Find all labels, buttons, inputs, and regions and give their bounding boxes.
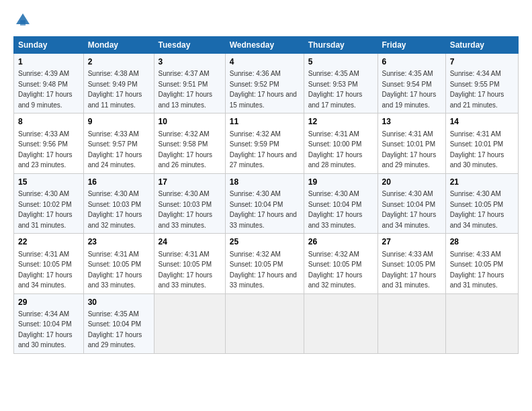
week-row-3: 15 Sunrise: 4:30 AM Sunset: 10:02 PM Day… bbox=[14, 173, 519, 233]
day-number: 28 bbox=[450, 236, 514, 248]
day-cell: 26 Sunrise: 4:32 AM Sunset: 10:05 PM Day… bbox=[304, 234, 378, 293]
sunset: Sunset: 10:05 PM bbox=[308, 261, 362, 268]
sunrise: Sunrise: 4:30 AM bbox=[230, 190, 281, 197]
day-number: 11 bbox=[230, 116, 300, 128]
day-cell: 28 Sunrise: 4:33 AM Sunset: 10:05 PM Day… bbox=[445, 234, 518, 293]
day-number: 17 bbox=[159, 177, 221, 188]
sunrise: Sunrise: 4:35 AM bbox=[308, 70, 359, 77]
day-cell bbox=[304, 293, 378, 353]
daylight: Daylight: 17 hours and 33 minutes. bbox=[230, 211, 297, 229]
day-cell: 15 Sunrise: 4:30 AM Sunset: 10:02 PM Day… bbox=[14, 173, 84, 233]
day-number: 6 bbox=[382, 56, 441, 68]
calendar-table: SundayMondayTuesdayWednesdayThursdayFrid… bbox=[13, 36, 519, 354]
day-cell: 29 Sunrise: 4:34 AM Sunset: 10:04 PM Day… bbox=[14, 293, 84, 353]
daylight: Daylight: 17 hours and 31 minutes. bbox=[450, 271, 504, 289]
daylight: Daylight: 17 hours and 29 minutes. bbox=[382, 151, 437, 169]
sunset: Sunset: 9:48 PM bbox=[18, 81, 68, 88]
day-cell: 13 Sunrise: 4:31 AM Sunset: 10:01 PM Day… bbox=[378, 113, 445, 173]
sunset: Sunset: 10:04 PM bbox=[230, 201, 283, 208]
header-row: SundayMondayTuesdayWednesdayThursdayFrid… bbox=[14, 37, 519, 54]
sunset: Sunset: 10:02 PM bbox=[18, 201, 72, 208]
header-cell-sunday: Sunday bbox=[14, 37, 84, 54]
day-number: 2 bbox=[88, 56, 150, 68]
sunrise: Sunrise: 4:30 AM bbox=[159, 190, 210, 197]
sunrise: Sunrise: 4:33 AM bbox=[450, 250, 501, 258]
sunrise: Sunrise: 4:30 AM bbox=[382, 190, 433, 197]
sunset: Sunset: 10:01 PM bbox=[450, 140, 504, 148]
daylight: Daylight: 17 hours and 33 minutes. bbox=[308, 211, 363, 229]
daylight: Daylight: 17 hours and 33 minutes. bbox=[159, 271, 213, 289]
header bbox=[13, 11, 519, 30]
sunset: Sunset: 10:05 PM bbox=[382, 261, 436, 268]
sunrise: Sunrise: 4:31 AM bbox=[450, 130, 501, 138]
sunset: Sunset: 10:04 PM bbox=[18, 320, 72, 328]
sunset: Sunset: 10:05 PM bbox=[88, 261, 142, 268]
daylight: Daylight: 17 hours and 15 minutes. bbox=[230, 91, 297, 109]
week-row-4: 22 Sunrise: 4:31 AM Sunset: 10:05 PM Day… bbox=[14, 234, 519, 293]
sunrise: Sunrise: 4:32 AM bbox=[308, 250, 359, 258]
day-cell: 12 Sunrise: 4:31 AM Sunset: 10:00 PM Day… bbox=[304, 113, 378, 173]
week-row-1: 1 Sunrise: 4:39 AM Sunset: 9:48 PM Dayli… bbox=[14, 54, 519, 113]
sunset: Sunset: 10:05 PM bbox=[18, 261, 72, 268]
day-cell bbox=[378, 293, 445, 353]
daylight: Daylight: 17 hours and 24 minutes. bbox=[88, 151, 142, 169]
header-cell-thursday: Thursday bbox=[304, 37, 378, 54]
sunrise: Sunrise: 4:36 AM bbox=[230, 70, 281, 77]
day-number: 20 bbox=[382, 177, 441, 188]
daylight: Daylight: 17 hours and 34 minutes. bbox=[382, 211, 437, 229]
daylight: Daylight: 17 hours and 32 minutes. bbox=[88, 211, 142, 229]
sunrise: Sunrise: 4:38 AM bbox=[88, 70, 139, 77]
day-cell: 30 Sunrise: 4:35 AM Sunset: 10:04 PM Day… bbox=[83, 293, 154, 353]
day-number: 18 bbox=[230, 177, 300, 188]
daylight: Daylight: 17 hours and 28 minutes. bbox=[308, 151, 363, 169]
day-number: 24 bbox=[159, 236, 221, 248]
sunset: Sunset: 10:05 PM bbox=[450, 201, 504, 208]
day-number: 8 bbox=[18, 116, 79, 128]
day-cell: 11 Sunrise: 4:32 AM Sunset: 9:59 PM Dayl… bbox=[225, 113, 304, 173]
sunset: Sunset: 10:04 PM bbox=[382, 201, 436, 208]
daylight: Daylight: 17 hours and 11 minutes. bbox=[88, 91, 142, 109]
header-cell-monday: Monday bbox=[83, 37, 154, 54]
day-cell: 3 Sunrise: 4:37 AM Sunset: 9:51 PM Dayli… bbox=[154, 54, 225, 113]
day-number: 15 bbox=[18, 177, 79, 188]
day-number: 19 bbox=[308, 177, 373, 188]
day-number: 4 bbox=[230, 56, 300, 68]
sunrise: Sunrise: 4:30 AM bbox=[88, 190, 139, 197]
daylight: Daylight: 17 hours and 26 minutes. bbox=[159, 151, 213, 169]
header-cell-friday: Friday bbox=[378, 37, 445, 54]
daylight: Daylight: 17 hours and 19 minutes. bbox=[382, 91, 437, 109]
daylight: Daylight: 17 hours and 30 minutes. bbox=[18, 331, 73, 349]
sunrise: Sunrise: 4:34 AM bbox=[450, 70, 501, 77]
sunrise: Sunrise: 4:31 AM bbox=[18, 250, 69, 258]
day-cell: 6 Sunrise: 4:35 AM Sunset: 9:54 PM Dayli… bbox=[378, 54, 445, 113]
sunset: Sunset: 9:53 PM bbox=[308, 81, 358, 88]
day-number: 30 bbox=[88, 297, 150, 308]
day-cell: 8 Sunrise: 4:33 AM Sunset: 9:56 PM Dayli… bbox=[14, 113, 84, 173]
day-number: 3 bbox=[159, 56, 221, 68]
day-number: 10 bbox=[159, 116, 221, 128]
day-cell: 5 Sunrise: 4:35 AM Sunset: 9:53 PM Dayli… bbox=[304, 54, 378, 113]
logo bbox=[13, 11, 35, 30]
day-cell bbox=[445, 293, 518, 353]
daylight: Daylight: 17 hours and 29 minutes. bbox=[88, 331, 142, 349]
sunset: Sunset: 9:51 PM bbox=[159, 81, 208, 88]
sunrise: Sunrise: 4:34 AM bbox=[18, 310, 69, 318]
day-cell: 2 Sunrise: 4:38 AM Sunset: 9:49 PM Dayli… bbox=[83, 54, 154, 113]
sunset: Sunset: 10:05 PM bbox=[159, 261, 212, 268]
day-cell: 19 Sunrise: 4:30 AM Sunset: 10:04 PM Day… bbox=[304, 173, 378, 233]
daylight: Daylight: 17 hours and 9 minutes. bbox=[18, 91, 73, 109]
sunset: Sunset: 10:05 PM bbox=[450, 261, 504, 268]
daylight: Daylight: 17 hours and 27 minutes. bbox=[230, 151, 297, 169]
day-cell: 22 Sunrise: 4:31 AM Sunset: 10:05 PM Day… bbox=[14, 234, 84, 293]
sunset: Sunset: 10:03 PM bbox=[88, 201, 142, 208]
sunset: Sunset: 9:59 PM bbox=[230, 140, 279, 148]
sunrise: Sunrise: 4:32 AM bbox=[159, 130, 210, 138]
page: SundayMondayTuesdayWednesdayThursdayFrid… bbox=[0, 0, 532, 411]
day-number: 13 bbox=[382, 116, 441, 128]
day-number: 23 bbox=[88, 236, 150, 248]
daylight: Daylight: 17 hours and 30 minutes. bbox=[450, 151, 504, 169]
day-cell: 27 Sunrise: 4:33 AM Sunset: 10:05 PM Day… bbox=[378, 234, 445, 293]
daylight: Daylight: 17 hours and 13 minutes. bbox=[159, 91, 213, 109]
sunrise: Sunrise: 4:30 AM bbox=[308, 190, 359, 197]
daylight: Daylight: 17 hours and 33 minutes. bbox=[159, 211, 213, 229]
